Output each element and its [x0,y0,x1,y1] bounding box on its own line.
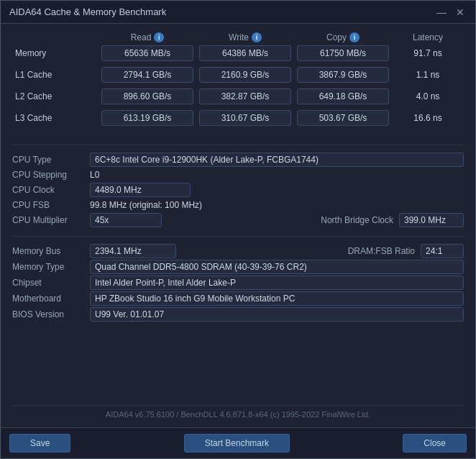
l3-latency: 16.6 ns [392,113,464,123]
main-window: AIDA64 Cache & Memory Benchmark — ✕ Read… [0,0,476,459]
memory-type-row: Memory Type Quad Channel DDR5-4800 SDRAM… [12,260,464,274]
write-info-icon[interactable]: i [252,32,262,42]
memory-copy: 61750 MB/s [297,45,389,61]
button-bar: Save Start Benchmark Close [1,427,475,458]
cpu-fsb-label: CPU FSB [12,199,84,212]
table-row: L1 Cache 2794.1 GB/s 2160.9 GB/s 3867.9 … [12,67,464,83]
cpu-type-label: CPU Type [12,153,84,166]
memory-label: Memory [12,48,99,58]
chipset-value: Intel Alder Point-P, Intel Alder Lake-P [90,276,464,290]
l3-write: 310.67 GB/s [199,110,291,126]
dram-fsb-label: DRAM:FSB Ratio [336,245,415,258]
read-label: Read [131,32,152,42]
copy-info-icon[interactable]: i [349,32,360,42]
l2-copy: 649.18 GB/s [297,88,389,104]
cpu-stepping-row: CPU Stepping L0 [12,168,464,181]
cpu-section: CPU Type 6C+8c Intel Core i9-12900HK (Al… [12,153,464,229]
l3-label: L3 Cache [12,113,99,123]
benchmark-table: Read i Write i Copy i Latency Memory 65 [12,32,464,132]
divider-2 [12,236,464,237]
chipset-label: Chipset [12,276,84,289]
l2-latency: 4.0 ns [392,91,464,101]
l2-label: L2 Cache [12,91,99,101]
memory-bus-label: Memory Bus [12,245,84,258]
memory-write: 64386 MB/s [199,45,291,61]
cpu-stepping-value: L0 [90,168,464,181]
footer-text: AIDA64 v6.75.6100 / BenchDLL 4.6.871.8-x… [12,405,464,422]
bios-row: BIOS Version U99 Ver. 01.01.07 [12,307,464,322]
close-button[interactable]: Close [403,434,467,453]
cpu-clock-value: 4489.0 MHz [90,183,191,197]
chipset-row: Chipset Intel Alder Point-P, Intel Alder… [12,276,464,290]
cpu-clock-row: CPU Clock 4489.0 MHz [12,183,464,197]
l1-label: L1 Cache [12,70,99,80]
titlebar: AIDA64 Cache & Memory Benchmark — ✕ [1,1,475,24]
nb-clock-label: North Bridge Clock [307,214,393,227]
table-row: L2 Cache 896.60 GB/s 382.87 GB/s 649.18 … [12,88,464,104]
latency-header: Latency [392,32,464,42]
cpu-clock-label: CPU Clock [12,183,84,196]
memory-type-label: Memory Type [12,260,84,273]
motherboard-label: Motherboard [12,292,84,305]
cpu-multiplier-row: CPU Multiplier 45x North Bridge Clock 39… [12,213,464,227]
window-controls: — ✕ [435,7,467,17]
motherboard-row: Motherboard HP ZBook Studio 16 inch G9 M… [12,291,464,306]
memory-type-value: Quad Channel DDR5-4800 SDRAM (40-39-39-7… [90,260,464,274]
content-area: Read i Write i Copy i Latency Memory 65 [1,24,475,427]
nb-clock-value: 399.0 MHz [399,213,464,227]
cpu-multiplier-value: 45x [90,213,162,227]
save-button[interactable]: Save [9,434,70,453]
memory-latency: 91.7 ns [392,48,464,58]
table-header: Read i Write i Copy i Latency [12,32,464,42]
l3-copy: 503.67 GB/s [297,110,389,126]
cpu-stepping-label: CPU Stepping [12,168,84,181]
copy-header: Copy i [294,32,392,42]
cpu-fsb-value: 99.8 MHz (original: 100 MHz) [90,199,464,212]
table-row: L3 Cache 613.19 GB/s 310.67 GB/s 503.67 … [12,110,464,126]
cpu-type-row: CPU Type 6C+8c Intel Core i9-12900HK (Al… [12,153,464,167]
write-header: Write i [196,32,294,42]
benchmark-button[interactable]: Start Benchmark [184,434,290,453]
divider-1 [12,145,464,145]
cpu-type-value: 6C+8c Intel Core i9-12900HK (Alder Lake-… [90,153,464,167]
l2-write: 382.87 GB/s [199,88,291,104]
memory-bus-row: Memory Bus 2394.1 MHz DRAM:FSB Ratio 24:… [12,244,464,258]
cpu-multiplier-label: CPU Multiplier [12,214,84,227]
bios-label: BIOS Version [12,308,84,321]
read-header: Read i [99,32,196,42]
l2-read: 896.60 GB/s [101,88,193,104]
close-window-button[interactable]: ✕ [454,7,467,17]
memory-section: Memory Bus 2394.1 MHz DRAM:FSB Ratio 24:… [12,244,464,323]
dram-fsb-value: 24:1 [421,244,464,258]
l1-copy: 3867.9 GB/s [297,67,389,83]
copy-label: Copy [326,32,347,42]
minimize-button[interactable]: — [435,7,448,17]
write-label: Write [229,32,249,42]
l1-write: 2160.9 GB/s [199,67,291,83]
latency-label: Latency [413,32,443,42]
l3-read: 613.19 GB/s [101,110,193,126]
memory-read: 65636 MB/s [101,45,193,61]
motherboard-value: HP ZBook Studio 16 inch G9 Mobile Workst… [90,291,464,306]
memory-bus-value: 2394.1 MHz [90,244,176,258]
cpu-fsb-row: CPU FSB 99.8 MHz (original: 100 MHz) [12,199,464,212]
table-row: Memory 65636 MB/s 64386 MB/s 61750 MB/s … [12,45,464,61]
bios-value: U99 Ver. 01.01.07 [90,307,464,322]
l1-latency: 1.1 ns [392,70,464,80]
window-title: AIDA64 Cache & Memory Benchmark [9,6,166,17]
l1-read: 2794.1 GB/s [101,67,193,83]
read-info-icon[interactable]: i [154,32,164,42]
